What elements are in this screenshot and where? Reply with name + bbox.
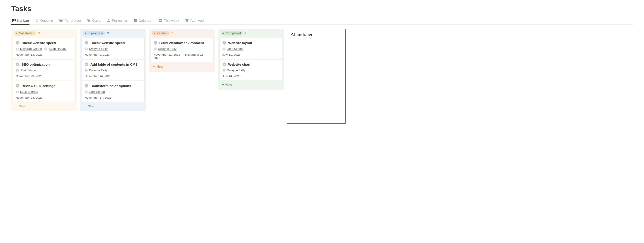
task-card[interactable]: Website chart Dwayne Felty July 14, 2023 <box>219 59 282 80</box>
new-task-button[interactable]: + New <box>219 81 282 88</box>
owner-chip[interactable]: Jibril Simon <box>84 90 105 94</box>
tab-gantt[interactable]: Gantt <box>86 17 101 25</box>
svg-point-29 <box>86 48 86 49</box>
column-count: 3 <box>38 31 40 35</box>
card-title: Review SEO settings <box>22 84 55 88</box>
svg-rect-10 <box>136 18 136 19</box>
owner-chip[interactable]: Dwayne Felty <box>84 69 108 72</box>
task-card[interactable]: Website layout Jibril Simon July 11, 202… <box>219 38 282 59</box>
tab-label: Calendar <box>139 18 152 22</box>
tab-kanban[interactable]: Kanban <box>11 17 30 25</box>
tab-label: Ongoing <box>40 18 53 22</box>
owner-chip[interactable]: Louis Sterner <box>16 90 38 94</box>
column-count: 2 <box>244 31 246 35</box>
tab-calendar[interactable]: Calendar <box>133 17 153 25</box>
card-title: Add table of contents in CMS <box>90 62 138 66</box>
tab-per-owner[interactable]: Per owner <box>106 17 128 25</box>
owner-name: Louis Sterner <box>20 90 38 94</box>
card-date: November 23, 2023 <box>16 96 73 99</box>
abandoned-title: Abandoned <box>290 31 342 37</box>
owner-chip[interactable]: Jibril Simon <box>222 47 243 51</box>
check-circle-icon <box>84 84 88 88</box>
owner-name: Jibril Simon <box>20 69 36 72</box>
new-task-button[interactable]: + New <box>150 63 214 70</box>
tab-label: This week <box>164 18 179 22</box>
status-label: Pending <box>156 31 168 35</box>
card-title: Check website speed <box>22 41 56 45</box>
card-title: Website layout <box>228 41 252 45</box>
calendar-icon <box>133 18 137 22</box>
new-task-button[interactable]: + New <box>82 102 144 110</box>
dot-icon <box>222 32 224 34</box>
owner-chip[interactable]: Dwayne Felty <box>154 47 176 51</box>
column-completed: Completed 2 Website layout Jibril Simon … <box>218 29 284 90</box>
svg-rect-1 <box>13 19 14 21</box>
owner-chip[interactable]: Dwayne Felty <box>222 69 246 72</box>
svg-point-23 <box>17 69 18 70</box>
svg-point-35 <box>86 91 86 92</box>
tab-ongoing[interactable]: Ongoing <box>34 17 54 25</box>
column-abandoned: Abandoned <box>287 29 346 124</box>
plus-icon: + <box>222 83 224 87</box>
card-date: November 13, 2023 <box>16 53 73 56</box>
card-date: July 11, 2023 <box>222 53 280 56</box>
tab-label: Per owner <box>112 18 127 22</box>
status-pill-in-progress[interactable]: In progress <box>83 31 105 35</box>
task-card[interactable]: Brainstorm color options Jibril Simon No… <box>82 81 144 102</box>
owner-name: Dwayne Felty <box>89 69 108 72</box>
owner-chip[interactable]: Jibril Simon <box>16 69 36 72</box>
column-count: 3 <box>107 31 109 35</box>
svg-point-18 <box>17 48 18 49</box>
svg-rect-0 <box>12 19 13 22</box>
svg-rect-13 <box>186 19 189 20</box>
status-label: Completed <box>226 31 241 35</box>
task-card[interactable]: SEO optimization Jibril Simon November 2… <box>13 59 76 80</box>
owner-chip[interactable]: Dwayne Felty <box>84 47 108 51</box>
tab-label: Kanban <box>17 18 29 22</box>
owner-chip[interactable]: Devorah Grothe <box>16 47 42 51</box>
check-circle-icon <box>84 41 88 45</box>
card-title: Brainstorm color options <box>90 84 131 88</box>
tab-label: Gantt <box>92 18 100 22</box>
avatar-icon <box>154 47 157 51</box>
owner-chip[interactable]: Adah Harvey <box>44 47 66 51</box>
card-date: November 17, 2023 <box>84 96 142 99</box>
new-task-button[interactable]: + New <box>13 102 76 110</box>
tab-archived[interactable]: Archived <box>184 17 204 25</box>
card-title: SEO optimization <box>22 62 50 66</box>
task-card[interactable]: Check website speed Dwayne Felty Novembe… <box>82 38 144 59</box>
task-card[interactable]: Build Webflow environment Dwayne Felty N… <box>150 38 214 62</box>
plus-icon: + <box>153 64 155 69</box>
tab-per-project[interactable]: Per project <box>58 17 81 25</box>
task-card[interactable]: Add table of contents in CMS Dwayne Felt… <box>82 59 144 80</box>
refresh-icon <box>35 18 39 22</box>
card-date: November 9, 2023 <box>84 53 142 56</box>
svg-rect-15 <box>186 20 188 21</box>
task-card[interactable]: Review SEO settings Louis Sterner Novemb… <box>13 81 76 102</box>
plus-icon: + <box>15 104 18 108</box>
column-pending: Pending 1 Build Webflow environment Dway… <box>149 29 215 72</box>
status-pill-not-started[interactable]: Not started <box>14 31 36 35</box>
new-label: New <box>19 104 26 108</box>
svg-rect-12 <box>159 20 161 20</box>
status-label: Not started <box>19 31 34 35</box>
owner-name: Devorah Grothe <box>20 47 42 51</box>
task-card[interactable]: Check website speed Devorah Grothe Adah … <box>13 38 76 59</box>
view-tabs: Kanban Ongoing Per project Gantt Per own… <box>11 17 633 25</box>
status-pill-pending[interactable]: Pending <box>152 31 170 35</box>
owner-name: Jibril Simon <box>89 90 105 94</box>
check-circle-icon <box>16 84 20 88</box>
avatar-icon <box>16 47 19 51</box>
card-date: November 23, 2023 <box>16 74 73 78</box>
archive-icon <box>185 18 189 22</box>
status-pill-completed[interactable]: Completed <box>221 31 243 35</box>
tab-this-week[interactable]: This week <box>158 17 180 25</box>
svg-rect-2 <box>14 19 16 21</box>
kanban-icon <box>12 18 16 22</box>
svg-rect-4 <box>88 20 90 20</box>
owner-name: Adah Harvey <box>49 47 66 51</box>
avatar-icon <box>16 69 19 72</box>
status-label: In progress <box>88 31 104 35</box>
calendar-week-icon <box>158 18 162 22</box>
check-circle-icon <box>84 62 88 66</box>
